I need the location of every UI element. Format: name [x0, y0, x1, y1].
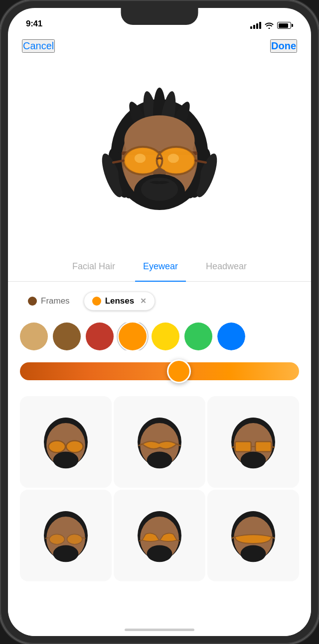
- svg-point-65: [147, 545, 172, 562]
- tab-headwear[interactable]: Headwear: [192, 252, 261, 282]
- signal-icon: [250, 22, 261, 29]
- eyewear-style-6[interactable]: [207, 490, 299, 581]
- nav-bar: Cancel Done: [8, 33, 311, 59]
- eyewear-style-grid: [20, 396, 299, 581]
- signal-bar-2: [253, 25, 255, 29]
- svg-rect-49: [255, 441, 271, 451]
- frames-dot: [28, 297, 37, 306]
- notch: [121, 8, 198, 25]
- swatch-tan[interactable]: [20, 322, 48, 350]
- signal-bar-3: [256, 23, 258, 29]
- color-slider[interactable]: [20, 360, 299, 382]
- home-indicator[interactable]: [125, 629, 194, 631]
- svg-point-30: [141, 178, 178, 201]
- svg-line-52: [271, 446, 275, 447]
- battery-icon: [277, 22, 293, 29]
- slider-thumb[interactable]: [167, 359, 191, 383]
- svg-point-18: [135, 154, 146, 163]
- swatch-green[interactable]: [184, 322, 212, 350]
- svg-point-21: [168, 154, 179, 163]
- svg-point-40: [53, 451, 79, 468]
- svg-point-70: [241, 545, 266, 562]
- swatch-brown[interactable]: [53, 322, 81, 350]
- swatch-yellow[interactable]: [152, 322, 179, 350]
- options-panel: Frames Lenses ✕: [8, 282, 311, 636]
- signal-bar-1: [250, 26, 252, 29]
- svg-point-57: [67, 534, 82, 544]
- swatch-red[interactable]: [86, 322, 114, 350]
- color-swatches-row: [20, 322, 299, 350]
- filter-row: Frames Lenses ✕: [20, 292, 299, 311]
- svg-point-56: [49, 534, 64, 544]
- tab-bar: Facial Hair Eyewear Headwear: [8, 252, 311, 282]
- lenses-close-icon[interactable]: ✕: [140, 297, 147, 306]
- done-button[interactable]: Done: [270, 39, 297, 53]
- phone-frame: 9:41: [0, 0, 319, 644]
- signal-bar-4: [259, 22, 261, 29]
- wifi-icon: [265, 22, 274, 29]
- svg-point-60: [53, 545, 79, 562]
- slider-track: [20, 362, 299, 380]
- svg-point-53: [241, 451, 266, 468]
- eyewear-style-3[interactable]: [207, 396, 299, 488]
- lenses-filter-button[interactable]: Lenses ✕: [84, 292, 156, 311]
- phone-screen: 9:41: [8, 8, 311, 636]
- swatch-orange[interactable]: [119, 322, 147, 350]
- lenses-dot: [92, 297, 101, 306]
- memoji-preview: [95, 88, 224, 217]
- tab-facial-hair[interactable]: Facial Hair: [58, 252, 129, 282]
- status-icons: [250, 22, 293, 29]
- frames-filter-button[interactable]: Frames: [20, 292, 78, 310]
- eyewear-style-1[interactable]: [20, 396, 112, 488]
- tab-eyewear[interactable]: Eyewear: [129, 252, 192, 282]
- svg-line-51: [232, 446, 235, 447]
- cancel-button[interactable]: Cancel: [22, 39, 55, 53]
- eyewear-style-4[interactable]: [20, 490, 112, 581]
- swatch-blue[interactable]: [217, 322, 245, 350]
- avatar-area: [8, 58, 311, 247]
- memoji-svg: [95, 88, 224, 217]
- eyewear-style-5[interactable]: [114, 490, 205, 581]
- svg-point-45: [147, 451, 172, 468]
- eyewear-style-2[interactable]: [114, 396, 205, 488]
- svg-rect-48: [235, 441, 251, 451]
- status-time: 9:41: [26, 19, 42, 29]
